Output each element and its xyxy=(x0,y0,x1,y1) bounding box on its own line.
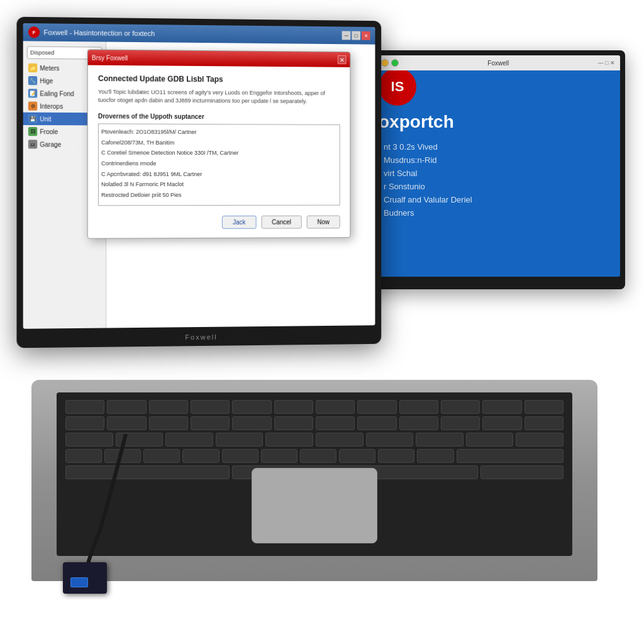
key[interactable] xyxy=(525,400,564,414)
close-button[interactable]: ✕ xyxy=(362,31,370,40)
list-item: Musdrus:n-Rid xyxy=(379,155,608,165)
dialog-list-box[interactable]: Ptovenleach: 2O1O83195l/M/ Cartner Cafon… xyxy=(98,124,340,206)
interops-icon: ⚙ xyxy=(28,101,37,110)
key[interactable] xyxy=(480,465,564,479)
list-item: C Apcrrbvrated: d91 8J951 9ML Cartner xyxy=(101,169,337,179)
back-button[interactable]: Jack xyxy=(222,216,256,229)
key[interactable] xyxy=(366,433,414,447)
key[interactable] xyxy=(441,400,480,414)
dialog-titlebar: Brsy Foxwell ✕ xyxy=(88,50,350,67)
list-item: Budners xyxy=(379,208,608,218)
right-main-title: oxportch xyxy=(379,112,608,132)
key[interactable] xyxy=(216,433,264,447)
key[interactable] xyxy=(416,433,464,447)
key[interactable] xyxy=(191,416,230,430)
maximize-button[interactable]: □ xyxy=(352,31,360,40)
key[interactable] xyxy=(378,449,414,463)
right-screen-content: IS oxportch nt 3 0.2s Vived Musdrus:n-Ri… xyxy=(366,55,620,234)
monitor-left: F Foxwell - Hasintontection or foxtech ─… xyxy=(16,17,381,348)
usb-connector xyxy=(70,577,88,587)
dialog-close-button[interactable]: ✕ xyxy=(338,55,347,64)
froole-icon: 🖼 xyxy=(28,127,37,136)
key[interactable] xyxy=(316,433,364,447)
key[interactable] xyxy=(149,400,188,414)
key[interactable] xyxy=(417,449,453,463)
list-item: Cafonel208/73M, TH Banitim xyxy=(101,137,337,148)
scene: Foxwell — □ ✕ IS oxportch nt 3 0.2s Vive… xyxy=(0,0,644,644)
key[interactable] xyxy=(149,416,188,430)
key[interactable] xyxy=(261,449,297,463)
key[interactable] xyxy=(107,416,146,430)
key[interactable] xyxy=(441,416,480,430)
key[interactable] xyxy=(232,416,271,430)
key[interactable] xyxy=(232,400,271,414)
key[interactable] xyxy=(482,400,521,414)
key[interactable] xyxy=(65,416,104,430)
right-screen: IS oxportch nt 3 0.2s Vived Musdrus:n-Ri… xyxy=(366,55,620,277)
usb-adapter xyxy=(63,562,107,594)
key[interactable] xyxy=(274,400,313,414)
key[interactable] xyxy=(525,416,564,430)
dialog-heading: Connected Update GDB Lisbl Taps xyxy=(98,74,340,85)
dialog-title: Brsy Foxwell xyxy=(92,54,338,63)
left-screen: F Foxwell - Hasintontection or foxtech ─… xyxy=(23,23,375,329)
list-item: Contrinerdiens rmode xyxy=(101,158,337,169)
key[interactable] xyxy=(300,449,336,463)
right-window-title: Foxwell xyxy=(401,60,596,67)
list-item: Restrocted Detloier priit 50 Pies xyxy=(101,190,337,201)
right-logo: IS xyxy=(379,68,416,106)
key[interactable] xyxy=(457,449,564,463)
hige-icon: 🔧 xyxy=(28,76,37,85)
keyboard-row-1 xyxy=(63,400,566,414)
list-item: virt Schal xyxy=(379,169,608,178)
right-min-button[interactable] xyxy=(381,59,389,67)
meters-icon: 📁 xyxy=(28,64,37,72)
key[interactable] xyxy=(316,416,355,430)
unit-icon: 💾 xyxy=(28,114,37,123)
key[interactable] xyxy=(274,416,313,430)
key[interactable] xyxy=(357,400,396,414)
key[interactable] xyxy=(399,416,438,430)
dialog-footer: Jack Cancel Now xyxy=(98,213,340,230)
key[interactable] xyxy=(265,433,313,447)
list-item: C Coretiel Smenoe Detection Notice 330I … xyxy=(101,148,337,158)
list-item: r Sonstunio xyxy=(379,182,608,191)
key[interactable] xyxy=(339,449,375,463)
touchpad[interactable] xyxy=(252,468,377,543)
cancel-button[interactable]: Cancel xyxy=(261,216,301,229)
dialog-body: Connected Update GDB Lisbl Taps You'll T… xyxy=(88,65,350,238)
app-logo: F xyxy=(28,26,40,38)
list-item: Crualf and Valular Deriel xyxy=(379,195,608,204)
titlebar-buttons: ─ □ ✕ xyxy=(342,31,370,40)
right-window-titlebar: Foxwell — □ ✕ xyxy=(366,55,620,70)
key[interactable] xyxy=(357,416,396,430)
list-item: Nolatled 3l N Farrnoric Pt Maclot xyxy=(101,179,337,190)
dialog-section-title: Drovernes of the Uppoth suptancer xyxy=(98,113,340,121)
key[interactable] xyxy=(482,416,521,430)
key[interactable] xyxy=(316,400,355,414)
brand-label: Foxwell xyxy=(185,333,217,341)
key[interactable] xyxy=(107,400,146,414)
update-dialog: Brsy Foxwell ✕ Connected Update GDB Lisb… xyxy=(87,49,351,239)
right-feature-list: nt 3 0.2s Vived Musdrus:n-Rid virt Schal… xyxy=(379,142,608,218)
monitor-right: Foxwell — □ ✕ IS oxportch nt 3 0.2s Vive… xyxy=(361,50,625,289)
keyboard-row-2 xyxy=(63,416,566,430)
next-button[interactable]: Now xyxy=(307,216,340,229)
usb-cable-area xyxy=(63,434,189,594)
key[interactable] xyxy=(399,400,438,414)
key[interactable] xyxy=(516,433,564,447)
list-item: nt 3 0.2s Vived xyxy=(379,142,608,152)
dialog-description: You'll Topic lubdatec UO11 screens of ag… xyxy=(98,88,340,105)
ealing-icon: 📝 xyxy=(28,89,37,97)
key[interactable] xyxy=(191,400,230,414)
list-item: Ptovenleach: 2O1O83195l/M/ Cartner xyxy=(101,127,337,138)
garage-icon: 🗂 xyxy=(28,140,37,148)
app-window: F Foxwell - Hasintontection or foxtech ─… xyxy=(23,23,375,329)
minimize-button[interactable]: ─ xyxy=(342,31,351,40)
right-max-button[interactable] xyxy=(391,59,399,67)
app-title: Foxwell - Hasintontection or foxtech xyxy=(43,28,338,39)
key[interactable] xyxy=(466,433,514,447)
right-window-controls: — □ ✕ xyxy=(598,60,615,66)
key[interactable] xyxy=(65,400,104,414)
key[interactable] xyxy=(222,449,258,463)
